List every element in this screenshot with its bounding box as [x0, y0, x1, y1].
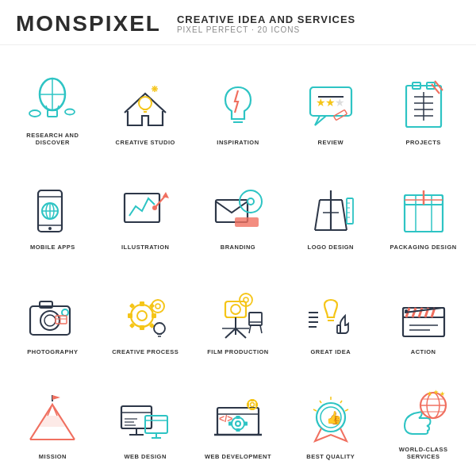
icon-label-branding: BRANDING [221, 244, 255, 251]
icon-film-production: FILM PRODUCTION [194, 261, 283, 363]
svg-rect-148 [255, 403, 258, 406]
icon-label-packaging-design: PACKAGING DESIGN [390, 244, 457, 251]
icons-grid: RESEARCH AND DISCOVER CREATIVE STUDIO [0, 45, 476, 474]
svg-point-36 [48, 227, 52, 230]
icon-label-illustration: ILLUSTRATION [121, 244, 169, 251]
icon-illustration: ILLUSTRATION [101, 156, 190, 258]
svg-point-90 [231, 305, 240, 314]
icon-research: RESEARCH AND DISCOVER [8, 52, 98, 153]
svg-rect-139 [236, 428, 240, 432]
svg-rect-89 [225, 301, 246, 317]
icon-label-film-production: FILM PRODUCTION [207, 348, 269, 356]
icon-label-great-idea: GREAT IDEA [310, 348, 351, 356]
svg-point-47 [248, 198, 254, 205]
svg-point-136 [232, 417, 244, 430]
svg-rect-97 [249, 313, 262, 325]
icon-web-design: WEB DESIGN [101, 366, 190, 467]
icon-label-inspiration: INSPIRATION [217, 139, 259, 147]
svg-rect-126 [145, 416, 167, 433]
icon-label-logo-design: LOGO DESIGN [308, 244, 354, 251]
icon-label-best-quality: BEST QUALITY [306, 453, 355, 461]
icon-label-research: RESEARCH AND DISCOVER [11, 132, 94, 148]
icon-label-creative-process: CREATIVE PROCESS [112, 348, 178, 356]
svg-point-7 [65, 109, 75, 114]
header-subtitle: CREATIVE IDEA AND SERVICES [177, 13, 355, 25]
icon-label-photography: PHOTOGRAPHY [27, 348, 78, 356]
svg-point-68 [44, 315, 56, 326]
svg-line-156 [313, 409, 317, 411]
svg-point-8 [139, 97, 152, 109]
svg-rect-138 [236, 416, 240, 419]
svg-rect-103 [337, 325, 340, 333]
svg-line-52 [315, 200, 320, 230]
svg-point-67 [40, 311, 60, 330]
svg-line-95 [236, 328, 246, 338]
icon-creative-process: CREATIVE PROCESS [101, 261, 190, 363]
icon-label-mobile-apps: MOBILE APPS [30, 244, 75, 251]
svg-text:</>: </> [219, 413, 232, 424]
svg-rect-77 [140, 325, 144, 330]
icon-label-creative-studio: CREATIVE STUDIO [116, 139, 175, 147]
svg-line-5 [57, 106, 59, 110]
svg-point-70 [62, 309, 68, 316]
svg-line-94 [225, 328, 236, 338]
svg-point-74 [131, 305, 153, 327]
svg-rect-79 [152, 313, 156, 318]
brand-title: MONSPIXEL [16, 11, 161, 36]
icon-logo-design: LOGO DESIGN [286, 156, 375, 258]
icon-great-idea: GREAT IDEA [286, 261, 375, 363]
icon-action: ACTION [378, 261, 468, 363]
icon-inspiration: INSPIRATION [194, 52, 283, 153]
icon-best-quality: 👍 BEST QUALITY [286, 366, 375, 467]
icon-packaging-design: PACKAGING DESIGN [378, 156, 468, 258]
svg-point-92 [244, 298, 248, 302]
icon-world-class: ★ ★ ★ WORLD-CLASS SERVICES [378, 366, 468, 467]
svg-line-100 [260, 325, 262, 333]
svg-point-75 [137, 311, 147, 321]
svg-rect-48 [235, 217, 259, 227]
svg-point-144 [250, 403, 254, 407]
icon-web-development: </> WEB DEVELOPMENT [194, 366, 283, 467]
svg-point-43 [152, 205, 157, 210]
svg-text:★: ★ [433, 389, 439, 396]
header: MONSPIXEL CREATIVE IDEA AND SERVICES PIX… [0, 0, 476, 45]
icon-creative-studio: CREATIVE STUDIO [101, 52, 190, 153]
icon-mission: MISSION [8, 366, 98, 467]
header-sub2: PIXEL PERFECT · 20 ICONS [177, 25, 355, 34]
svg-point-86 [154, 323, 165, 334]
svg-line-99 [249, 325, 251, 333]
icon-label-mission: MISSION [39, 453, 67, 461]
svg-rect-141 [244, 422, 248, 426]
icon-label-web-development: WEB DEVELOPMENT [205, 453, 271, 461]
svg-text:★: ★ [335, 96, 345, 109]
svg-point-6 [29, 110, 40, 117]
icon-label-action: ACTION [411, 348, 436, 356]
svg-line-112 [419, 308, 422, 317]
icon-photography: PHOTOGRAPHY [8, 261, 98, 363]
svg-rect-146 [251, 408, 254, 410]
svg-point-118 [405, 309, 408, 313]
icon-label-world-class: WORLD-CLASS SERVICES [382, 446, 465, 462]
icon-label-projects: PROJECTS [405, 139, 440, 147]
svg-line-4 [46, 106, 48, 110]
svg-marker-120 [52, 395, 60, 400]
svg-line-111 [413, 308, 416, 317]
icon-branding: BRANDING [194, 156, 283, 258]
svg-line-153 [340, 401, 342, 403]
svg-rect-147 [247, 403, 249, 406]
svg-rect-55 [347, 198, 353, 224]
svg-text:★: ★ [440, 390, 445, 397]
header-right: CREATIVE IDEA AND SERVICES PIXEL PERFECT… [177, 13, 355, 34]
icon-review: ★ ★ ★ REVIEW [286, 52, 375, 153]
icon-projects: PROJECTS [378, 52, 468, 153]
svg-rect-76 [140, 301, 144, 306]
svg-point-46 [240, 190, 262, 213]
svg-line-155 [345, 409, 348, 411]
svg-point-85 [155, 304, 160, 309]
icon-mobile-apps: MOBILE APPS [8, 156, 98, 258]
svg-point-137 [236, 421, 240, 426]
svg-text:★: ★ [427, 390, 432, 397]
svg-line-154 [320, 401, 321, 403]
svg-rect-145 [251, 399, 254, 401]
svg-text:👍: 👍 [326, 410, 342, 425]
